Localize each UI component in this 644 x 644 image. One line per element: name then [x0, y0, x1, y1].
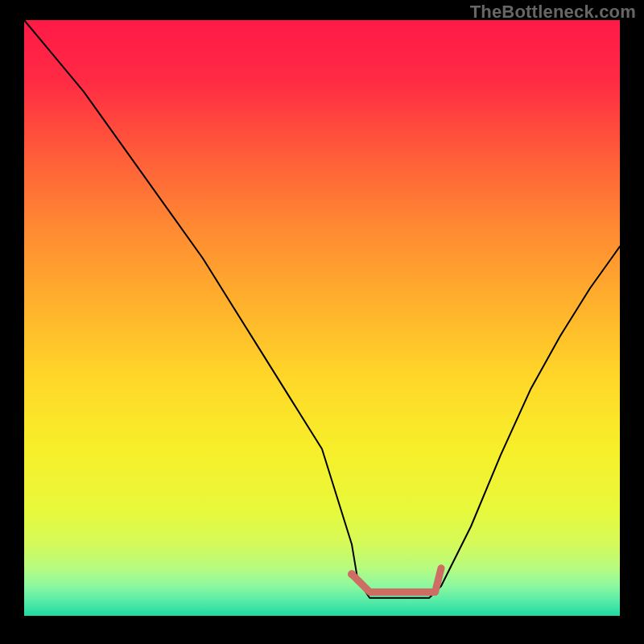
chart-background: [24, 20, 620, 616]
optimal-range-dot: [348, 570, 356, 578]
chart-svg: [0, 0, 644, 644]
watermark-text: TheBottleneck.com: [470, 2, 636, 23]
